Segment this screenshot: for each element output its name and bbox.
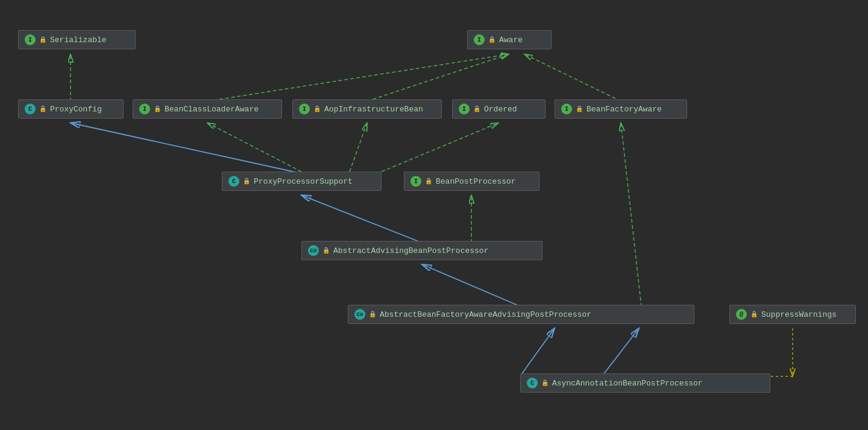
node-beanclassloaderaware[interactable]: I 🔒 BeanClassLoaderAware (133, 99, 282, 119)
label-serializable: Serializable (50, 36, 107, 45)
node-suppresswarnings[interactable]: @ 🔒 SuppressWarnings (729, 305, 856, 324)
label-aopinfrastructurebean: AopInfrastructureBean (324, 105, 423, 114)
badge-aopinfrastructurebean: I (299, 104, 310, 114)
node-asyncannotationbeanpostprocessor[interactable]: C 🔒 AsyncAnnotationBeanPostProcessor (520, 373, 770, 393)
svg-line-4 (71, 123, 301, 173)
label-ordered: Ordered (484, 105, 517, 114)
svg-line-5 (207, 123, 301, 172)
node-serializable[interactable]: I 🔒 Serializable (18, 30, 136, 49)
node-ordered[interactable]: I 🔒 Ordered (452, 99, 546, 119)
node-abstractbeanfactoryawareadvisingpostprocessor[interactable]: C⊘ 🔒 AbstractBeanFactoryAwareAdvisingPos… (348, 305, 694, 324)
label-abstractadvising: AbstractAdvisingBeanPostProcessor (333, 246, 488, 255)
diagram-container: I 🔒 Serializable I 🔒 Aware C 🔒 ProxyConf… (0, 0, 868, 430)
lock-icon-aopinfrastructurebean: 🔒 (313, 105, 321, 113)
badge-abstractadvising: C⊘ (308, 245, 319, 256)
svg-line-15 (521, 328, 555, 375)
lock-icon-aware: 🔒 (488, 36, 495, 43)
badge-abstractbeanfactory: C⊘ (354, 309, 365, 320)
badge-ordered: I (459, 104, 470, 114)
svg-line-14 (603, 328, 639, 375)
badge-beanfactoryaware: I (561, 104, 572, 114)
label-abstractbeanfactory: AbstractBeanFactoryAwareAdvisingPostProc… (380, 310, 591, 319)
svg-line-11 (621, 123, 641, 307)
label-proxyconfig: ProxyConfig (50, 105, 102, 114)
label-asyncannotation: AsyncAnnotationBeanPostProcessor (552, 379, 703, 388)
label-suppresswarnings: SuppressWarnings (761, 310, 837, 319)
label-proxyprocessorsupport: ProxyProcessorSupport (254, 177, 353, 186)
badge-aware: I (474, 34, 485, 45)
node-aware[interactable]: I 🔒 Aware (467, 30, 552, 49)
lock-icon-beanpostprocessor: 🔒 (425, 178, 432, 185)
node-proxyprocessorsupport[interactable]: C 🔒 ProxyProcessorSupport (222, 172, 382, 191)
arrows-svg (0, 0, 868, 430)
badge-asyncannotation: C (527, 378, 538, 388)
node-aopinfrastructurebean[interactable]: I 🔒 AopInfrastructureBean (292, 99, 442, 119)
svg-line-10 (422, 264, 521, 307)
lock-icon-serializable: 🔒 (39, 36, 46, 43)
svg-line-7 (382, 123, 498, 172)
lock-icon-beanfactoryaware: 🔒 (576, 105, 583, 113)
lock-icon-asyncannotation: 🔒 (541, 379, 549, 387)
lock-icon-proxyprocessorsupport: 🔒 (243, 178, 250, 185)
lock-icon-ordered: 🔒 (473, 105, 480, 113)
svg-line-9 (301, 195, 422, 243)
svg-line-6 (350, 123, 367, 172)
label-beanpostprocessor: BeanPostProcessor (436, 177, 516, 186)
badge-serializable: I (25, 34, 36, 45)
lock-icon-beanclassloaderaware: 🔒 (154, 105, 161, 113)
badge-proxyconfig: C (25, 104, 36, 114)
node-proxyconfig[interactable]: C 🔒 ProxyConfig (18, 99, 124, 119)
lock-icon-suppresswarnings: 🔒 (750, 311, 758, 318)
label-beanclassloaderaware: BeanClassLoaderAware (165, 105, 259, 114)
svg-line-3 (524, 54, 621, 101)
lock-icon-proxyconfig: 🔒 (39, 105, 46, 113)
badge-proxyprocessorsupport: C (228, 176, 239, 187)
node-abstractadvisingbeanpostprocessor[interactable]: C⊘ 🔒 AbstractAdvisingBeanPostProcessor (301, 241, 542, 260)
lock-icon-abstractadvising: 🔒 (322, 247, 330, 254)
badge-beanclassloaderaware: I (139, 104, 150, 114)
label-aware: Aware (499, 36, 523, 45)
svg-line-1 (207, 54, 509, 101)
badge-suppresswarnings: @ (736, 309, 747, 320)
badge-beanpostprocessor: I (410, 176, 421, 187)
lock-icon-abstractbeanfactory: 🔒 (369, 311, 376, 318)
label-beanfactoryaware: BeanFactoryAware (587, 105, 662, 114)
node-beanfactoryaware[interactable]: I 🔒 BeanFactoryAware (555, 99, 687, 119)
svg-line-2 (367, 54, 509, 101)
node-beanpostprocessor[interactable]: I 🔒 BeanPostProcessor (404, 172, 539, 191)
